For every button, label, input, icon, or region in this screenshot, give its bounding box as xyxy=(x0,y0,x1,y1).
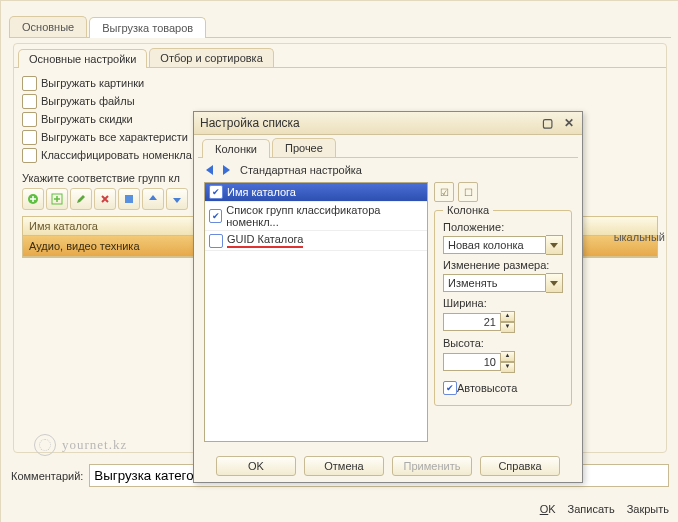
label-resize: Изменение размера: xyxy=(443,259,563,271)
tab-basic-settings[interactable]: Основные настройки xyxy=(18,49,147,68)
label-files: Выгружать файлы xyxy=(41,92,135,110)
columns-list[interactable]: Имя каталога Список групп классификатора… xyxy=(204,182,428,442)
label-width: Ширина: xyxy=(443,297,563,309)
position-dropdown-icon[interactable] xyxy=(546,235,563,255)
svg-rect-2 xyxy=(125,195,133,203)
column-item-guid[interactable]: GUID Каталога xyxy=(205,231,427,251)
height-down-icon[interactable]: ▼ xyxy=(501,362,515,373)
position-select[interactable]: Новая колонка xyxy=(443,236,546,254)
check-all-icon[interactable]: ☑ xyxy=(434,182,454,202)
footer-close[interactable]: Закрыть xyxy=(627,503,669,515)
list-settings-dialog: Настройка списка ▢ ✕ Колонки Прочее Стан… xyxy=(193,111,583,483)
dlg-cancel-button[interactable]: Отмена xyxy=(304,456,384,476)
dlg-ok-button[interactable]: OK xyxy=(216,456,296,476)
col-label: Имя каталога xyxy=(227,186,296,198)
tab-main[interactable]: Основные xyxy=(9,16,87,37)
chk-pictures[interactable] xyxy=(22,76,37,91)
label-classify: Классифицировать номенкла xyxy=(41,146,192,164)
chk-files[interactable] xyxy=(22,94,37,109)
dlg-tab-other[interactable]: Прочее xyxy=(272,138,336,157)
comment-label: Комментарий: xyxy=(11,470,83,482)
edit-icon[interactable] xyxy=(70,188,92,210)
chk-col-groups[interactable] xyxy=(209,209,222,223)
resize-select[interactable]: Изменять xyxy=(443,274,546,292)
dlg-apply-button[interactable]: Применить xyxy=(392,456,472,476)
chk-allchars[interactable] xyxy=(22,130,37,145)
footer-ok[interactable]: OK xyxy=(540,503,556,515)
move-up-icon[interactable] xyxy=(142,188,164,210)
tab-export[interactable]: Выгрузка товаров xyxy=(89,17,206,38)
chk-col-name[interactable] xyxy=(209,185,223,199)
tab-filter-sort[interactable]: Отбор и сортировка xyxy=(149,48,273,67)
column-item-name[interactable]: Имя каталога xyxy=(205,183,427,202)
dlg-help-button[interactable]: Справка xyxy=(480,456,560,476)
hidden-col-label: ыкальный xyxy=(614,231,665,243)
label-height: Высота: xyxy=(443,337,563,349)
move-down-icon[interactable] xyxy=(166,188,188,210)
label-allchars: Выгружать все характеристи xyxy=(41,128,188,146)
group-column-legend: Колонка xyxy=(443,204,493,216)
chk-classify[interactable] xyxy=(22,148,37,163)
height-input[interactable]: 10 xyxy=(443,353,501,371)
move-left-icon[interactable] xyxy=(206,165,213,175)
default-settings-link[interactable]: Стандартная настройка xyxy=(240,164,362,176)
width-input[interactable]: 21 xyxy=(443,313,501,331)
width-down-icon[interactable]: ▼ xyxy=(501,322,515,333)
label-discounts: Выгружать скидки xyxy=(41,110,133,128)
dialog-title: Настройка списка xyxy=(200,116,300,130)
resize-dropdown-icon[interactable] xyxy=(546,273,563,293)
footer-write[interactable]: Записать xyxy=(568,503,615,515)
chk-autoheight[interactable] xyxy=(443,381,457,395)
col-label: GUID Каталога xyxy=(227,233,303,248)
move-right-icon[interactable] xyxy=(223,165,230,175)
watermark-logo: yournet.kz xyxy=(34,434,127,456)
label-position: Положение: xyxy=(443,221,563,233)
chk-col-guid[interactable] xyxy=(209,234,223,248)
add-group-icon[interactable] xyxy=(46,188,68,210)
sort-asc-icon[interactable] xyxy=(118,188,140,210)
height-up-icon[interactable]: ▲ xyxy=(501,351,515,362)
col-label: Список групп классификатора номенкл... xyxy=(226,204,423,228)
add-icon[interactable] xyxy=(22,188,44,210)
dlg-tab-columns[interactable]: Колонки xyxy=(202,139,270,158)
column-item-groups[interactable]: Список групп классификатора номенкл... xyxy=(205,202,427,231)
close-icon[interactable]: ✕ xyxy=(562,116,576,130)
delete-icon[interactable] xyxy=(94,188,116,210)
uncheck-all-icon[interactable]: ☐ xyxy=(458,182,478,202)
width-up-icon[interactable]: ▲ xyxy=(501,311,515,322)
chk-discounts[interactable] xyxy=(22,112,37,127)
maximize-icon[interactable]: ▢ xyxy=(540,116,554,130)
label-pictures: Выгружать картинки xyxy=(41,74,144,92)
label-autoheight: Автовысота xyxy=(457,379,517,397)
